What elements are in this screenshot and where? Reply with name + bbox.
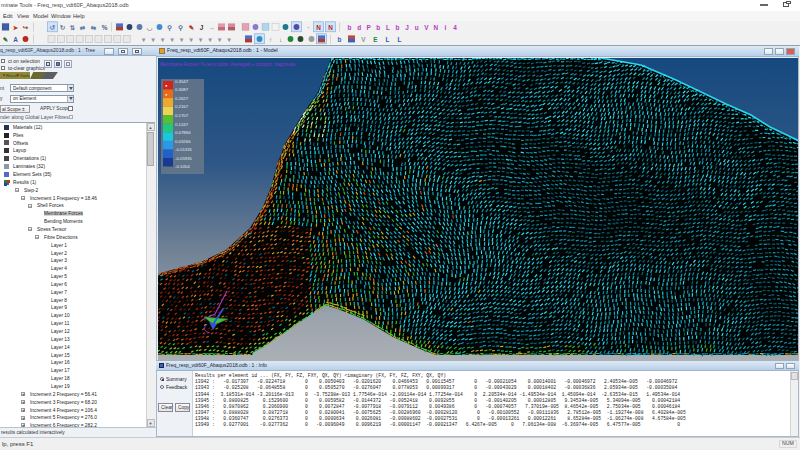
svg-text:V: V	[361, 36, 366, 43]
svg-text:➤: ➤	[13, 24, 19, 31]
svg-text:b: b	[348, 24, 352, 31]
svg-text:L: L	[386, 24, 390, 31]
svg-text:0.07866: 0.07866	[175, 130, 191, 135]
svg-text:⇅: ⇅	[70, 24, 76, 31]
svg-text:·: ·	[307, 24, 309, 31]
svg-text:✎: ✎	[3, 36, 8, 43]
svg-text:N: N	[328, 24, 333, 31]
svg-text:⇆: ⇆	[91, 24, 97, 31]
svg-text:%: %	[102, 24, 108, 31]
svg-text:↪: ↪	[23, 24, 29, 31]
svg-text:4: 4	[453, 24, 457, 31]
svg-text:↓: ↓	[279, 36, 282, 43]
svg-text:⚲: ⚲	[167, 24, 172, 32]
svg-text:→: →	[208, 24, 214, 31]
svg-text:↺: ↺	[50, 24, 56, 31]
svg-text:↻: ↻	[60, 24, 65, 31]
svg-text:V: V	[424, 24, 429, 31]
svg-text:i: i	[445, 24, 447, 31]
svg-text:L: L	[386, 36, 390, 43]
svg-text:J: J	[200, 24, 204, 31]
svg-text:A: A	[13, 36, 18, 43]
svg-text:↑: ↑	[269, 36, 272, 43]
svg-text:N: N	[434, 24, 439, 31]
svg-text:◡: ◡	[147, 24, 153, 31]
svg-text:-0.01335: -0.01335	[175, 147, 193, 152]
svg-text:⇄: ⇄	[80, 24, 86, 31]
svg-text:✎: ✎	[189, 24, 194, 31]
svg-text:0.2627: 0.2627	[175, 95, 189, 100]
svg-text:L: L	[398, 36, 402, 43]
svg-text:0.3547: 0.3547	[175, 78, 189, 83]
svg-text:E: E	[373, 36, 378, 43]
svg-text:P: P	[367, 24, 372, 31]
svg-text:0.1707: 0.1707	[175, 113, 189, 118]
svg-text:⚲: ⚲	[178, 24, 183, 32]
svg-text:N: N	[316, 24, 321, 31]
svg-text:b: b	[396, 24, 400, 31]
svg-text:b: b	[376, 24, 380, 31]
svg-text:u: u	[415, 24, 419, 31]
svg-text:0.03266: 0.03266	[175, 138, 191, 143]
svg-text:d: d	[357, 24, 361, 31]
svg-text:-0.1054: -0.1054	[175, 164, 190, 169]
svg-text:0.2167: 0.2167	[175, 104, 189, 109]
svg-text:J: J	[405, 24, 409, 31]
svg-text:0.3087: 0.3087	[175, 87, 189, 92]
svg-text:0.1247: 0.1247	[175, 121, 189, 126]
svg-text:Membrane Forces / N-res in plo: Membrane Forces / N-res in plots: Averag…	[160, 62, 296, 67]
svg-text:-0.05935: -0.05935	[175, 155, 193, 160]
svg-text:b: b	[338, 36, 342, 43]
